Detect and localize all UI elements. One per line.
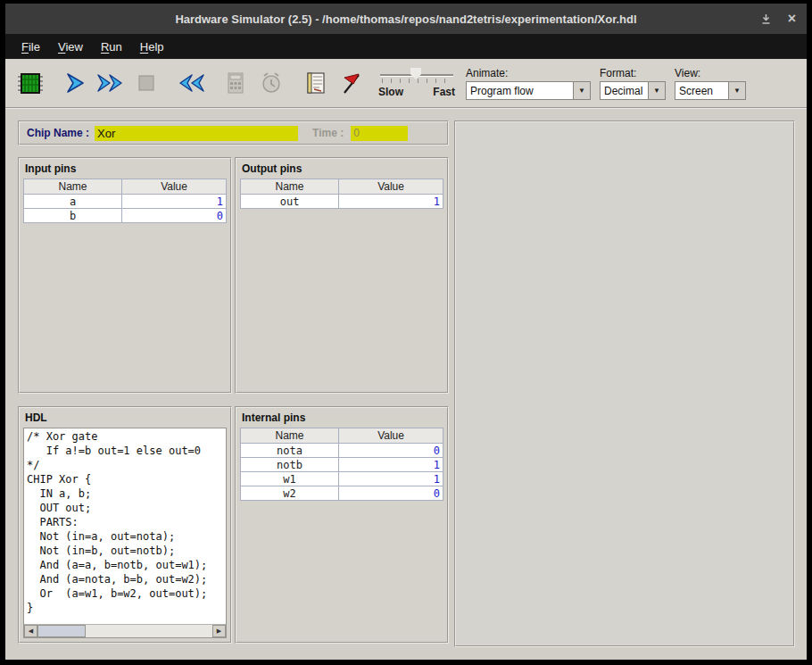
table-row: w1 1 <box>241 472 443 486</box>
run-button[interactable] <box>95 64 127 102</box>
view-value: Screen <box>675 82 728 99</box>
pin-name-cell: out <box>241 195 339 209</box>
clock-icon <box>260 71 283 95</box>
calculator-button[interactable] <box>220 64 252 102</box>
chevron-down-icon[interactable]: ▼ <box>648 82 665 99</box>
load-chip-button[interactable] <box>14 64 46 102</box>
hardware-simulator-window: Hardware Simulator (2.5) - /home/thomas/… <box>5 4 807 660</box>
chip-name-bar: Chip Name : Xor Time : 0 <box>18 121 449 145</box>
toolbar: Slow Fast Animate: Program flow ▼ Format… <box>5 59 807 109</box>
bottom-row: HDL /* Xor gate If a!=b out=1 else out=0… <box>18 406 449 644</box>
pin-name-cell: w1 <box>241 472 339 486</box>
run-icon <box>96 72 125 94</box>
format-value: Decimal <box>601 82 648 99</box>
table-header-row: Name Value <box>241 179 443 195</box>
pin-name-cell: nota <box>241 444 339 458</box>
script-icon <box>305 71 327 95</box>
view-group: View: Screen ▼ <box>675 67 746 100</box>
menu-help[interactable]: Help <box>131 36 173 58</box>
time-field: 0 <box>351 126 408 141</box>
pin-value-cell[interactable]: 0 <box>122 209 227 223</box>
format-group: Format: Decimal ▼ <box>600 67 666 100</box>
output-pins-title: Output pins <box>236 159 447 177</box>
breakpoints-button[interactable] <box>336 64 368 102</box>
chip-name-label: Chip Name : <box>27 127 89 139</box>
view-select[interactable]: Screen ▼ <box>675 81 746 100</box>
hdl-title: HDL <box>20 408 230 426</box>
internal-pins-panel: Internal pins Name Value nota 0 <box>235 406 449 644</box>
chip-name-field[interactable]: Xor <box>95 126 298 141</box>
pin-name-cell: b <box>24 209 122 223</box>
pin-value-cell: 1 <box>339 472 443 486</box>
single-step-icon <box>64 72 86 94</box>
table-row: nota 0 <box>241 444 443 458</box>
pin-name-cell: w2 <box>241 486 339 501</box>
slider-ticks <box>382 79 453 83</box>
menu-view[interactable]: View <box>49 36 92 58</box>
speed-slider[interactable] <box>378 68 455 84</box>
chip-icon <box>17 71 44 95</box>
menu-file[interactable]: File <box>12 36 49 58</box>
input-pins-title: Input pins <box>20 159 230 177</box>
pin-value-cell: 1 <box>339 195 443 209</box>
input-pins-table: Name Value a 1 b 0 <box>23 179 227 223</box>
output-pins-table-wrap: Name Value out 1 <box>240 179 443 388</box>
table-row: w2 0 <box>241 486 443 501</box>
table-header-row: Name Value <box>24 179 227 195</box>
hdl-code: /* Xor gate If a!=b out=1 else out=0 */ … <box>24 428 226 624</box>
scrollbar-thumb[interactable] <box>37 625 86 637</box>
speed-slider-group: Slow Fast <box>378 68 455 98</box>
screen-view-panel <box>454 121 795 647</box>
column-header-value: Value <box>339 179 443 195</box>
time-label: Time : <box>312 127 344 139</box>
hdl-panel: HDL /* Xor gate If a!=b out=1 else out=0… <box>18 406 232 644</box>
pin-value-cell[interactable]: 1 <box>122 195 227 209</box>
stop-button[interactable] <box>130 64 162 102</box>
minimize-icon <box>760 13 772 25</box>
close-icon: × <box>788 12 796 26</box>
animate-label: Animate: <box>466 67 591 79</box>
single-step-button[interactable] <box>59 64 91 102</box>
chevron-down-icon[interactable]: ▼ <box>728 82 745 99</box>
reset-button[interactable] <box>175 64 207 102</box>
fast-label: Fast <box>433 86 455 98</box>
chevron-down-icon[interactable]: ▼ <box>573 82 590 99</box>
column-header-name: Name <box>241 428 339 444</box>
hdl-code-area: /* Xor gate If a!=b out=1 else out=0 */ … <box>23 428 227 638</box>
reset-icon <box>177 72 205 94</box>
pins-row: Input pins Name Value a 1 <box>18 157 449 394</box>
clock-button[interactable] <box>255 64 287 102</box>
table-header-row: Name Value <box>241 428 443 444</box>
horizontal-scrollbar[interactable]: ◀ ▶ <box>24 624 226 637</box>
column-header-name: Name <box>241 179 339 195</box>
table-row: b 0 <box>24 209 227 223</box>
column-header-value: Value <box>339 428 443 444</box>
animate-value: Program flow <box>467 82 573 99</box>
content-area: Chip Name : Xor Time : 0 Input pins Name… <box>5 109 807 660</box>
script-button[interactable] <box>300 64 332 102</box>
minimize-button[interactable] <box>760 13 772 25</box>
table-row: out 1 <box>241 195 443 209</box>
scrollbar-track[interactable] <box>37 625 212 637</box>
titlebar: Hardware Simulator (2.5) - /home/thomas/… <box>5 4 807 34</box>
input-pins-panel: Input pins Name Value a 1 <box>18 157 232 394</box>
pin-name-cell: notb <box>241 458 339 472</box>
scroll-right-icon[interactable]: ▶ <box>212 625 226 637</box>
internal-pins-table: Name Value nota 0 notb 1 <box>240 428 443 501</box>
column-header-name: Name <box>24 179 122 195</box>
animate-select[interactable]: Program flow ▼ <box>466 81 591 100</box>
format-label: Format: <box>600 67 666 79</box>
output-pins-table: Name Value out 1 <box>240 179 443 209</box>
pin-name-cell: a <box>24 195 122 209</box>
scroll-left-icon[interactable]: ◀ <box>24 625 37 637</box>
column-header-value: Value <box>122 179 227 195</box>
animate-group: Animate: Program flow ▼ <box>466 67 591 100</box>
table-row: a 1 <box>24 195 227 209</box>
pin-value-cell: 0 <box>339 444 443 458</box>
slow-label: Slow <box>378 86 403 98</box>
close-button[interactable]: × <box>788 12 796 26</box>
format-select[interactable]: Decimal ▼ <box>600 81 666 100</box>
internal-pins-table-wrap: Name Value nota 0 notb 1 <box>240 428 443 638</box>
table-row: notb 1 <box>241 458 443 472</box>
menu-run[interactable]: Run <box>92 36 131 58</box>
